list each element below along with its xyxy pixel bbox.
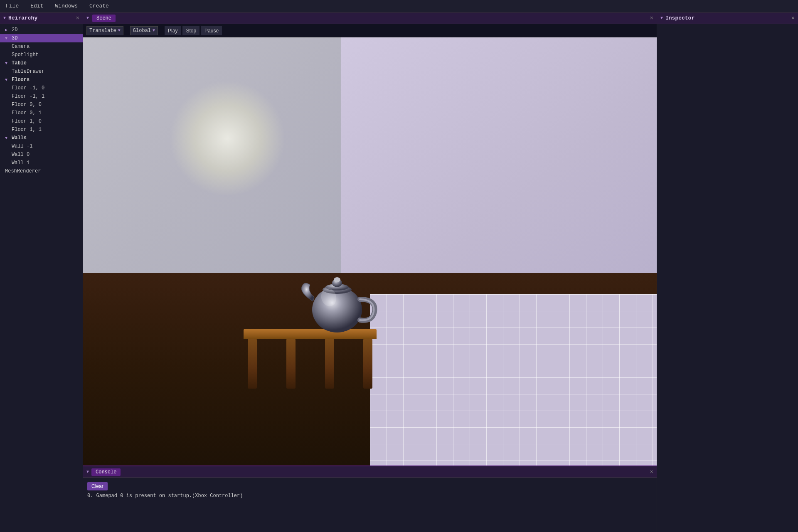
- scene-close[interactable]: ×: [650, 15, 653, 21]
- arrow-walls: ▼: [5, 136, 10, 140]
- global-label: Global: [133, 28, 151, 34]
- arrow-floors: ▼: [5, 78, 10, 82]
- tree-item-wall-1[interactable]: Wall -1: [0, 142, 83, 150]
- scene-arrow: ▼: [86, 16, 89, 20]
- clear-button[interactable]: Clear: [87, 482, 108, 490]
- tree-item-2d[interactable]: ▶ 2D: [0, 26, 83, 34]
- tree-item-walls[interactable]: ▼ Walls: [0, 134, 83, 142]
- console-content: Clear 0. Gamepad 0 is present on startup…: [83, 478, 657, 532]
- tree-item-floor-0-0[interactable]: Floor 0, 0: [0, 101, 83, 109]
- hierarchy-tree: ▶ 2D ▼ 3D Camera Spotlight ▼: [0, 24, 83, 532]
- translate-label: Translate: [89, 28, 116, 34]
- table-leg-2: [286, 339, 296, 389]
- tree-label-floors: Floors: [12, 77, 30, 83]
- translate-dropdown[interactable]: Translate ▼: [86, 26, 123, 35]
- inspector-title: Inspector: [665, 15, 695, 21]
- hierarchy-close[interactable]: ×: [76, 15, 79, 21]
- console-log-message: 0. Gamepad 0 is present on startup.(Xbox…: [87, 493, 653, 499]
- tree-label-table: Table: [12, 60, 27, 66]
- scene-panel: ▼ Scene × Translate ▼ Global ▼: [83, 12, 657, 466]
- inspector-close[interactable]: ×: [791, 15, 795, 21]
- play-button[interactable]: Play: [165, 26, 181, 35]
- global-dropdown[interactable]: Global ▼: [130, 26, 158, 35]
- arrow-2d: ▶: [5, 27, 10, 32]
- tree-item-floor-1-1[interactable]: Floor -1, 1: [0, 92, 83, 101]
- center-area: ▼ Scene × Translate ▼ Global ▼: [83, 12, 657, 532]
- tree-label-floor-0-1: Floor 0, 1: [12, 110, 42, 116]
- tree-label-floor-1-1: Floor -1, 1: [12, 94, 44, 99]
- menu-edit[interactable]: Edit: [28, 2, 46, 10]
- tree-item-meshrenderer[interactable]: MeshRenderer: [0, 167, 83, 175]
- tree-label-tabledrawer: TableDrawer: [12, 69, 44, 74]
- toolbar: Translate ▼ Global ▼ Play Stop Pause: [83, 24, 657, 37]
- console-panel: ▼ Console × Clear 0. Gamepad 0 is presen…: [83, 466, 657, 532]
- tree-item-wall-1b[interactable]: Wall 1: [0, 159, 83, 167]
- menubar: File Edit Windows Create: [0, 0, 798, 12]
- hierarchy-panel: ▼ Heirarchy × ▶ 2D ▼ 3D Camera: [0, 12, 83, 532]
- scene-tab[interactable]: Scene: [92, 15, 116, 22]
- inspector-arrow: ▼: [660, 16, 663, 20]
- tree-item-camera[interactable]: Camera: [0, 42, 83, 51]
- console-header: ▼ Console ×: [83, 466, 657, 478]
- stop-button[interactable]: Stop: [182, 26, 200, 35]
- hierarchy-title: Heirarchy: [8, 15, 37, 21]
- tree-label-wall-1: Wall -1: [12, 143, 32, 149]
- tree-item-floor-1-0b[interactable]: Floor 1, 0: [0, 117, 83, 126]
- teapot-container: [296, 268, 379, 335]
- menu-windows[interactable]: Windows: [52, 2, 80, 10]
- tree-label-wall-0: Wall 0: [12, 152, 30, 158]
- main-layout: ▼ Heirarchy × ▶ 2D ▼ 3D Camera: [0, 12, 798, 532]
- tree-item-table[interactable]: ▼ Table: [0, 59, 83, 67]
- tree-label-2d: 2D: [12, 27, 17, 33]
- inspector-header: ▼ Inspector ×: [657, 12, 798, 24]
- tree-label-floor-1-1b: Floor 1, 1: [12, 127, 42, 133]
- tree-item-floors[interactable]: ▼ Floors: [0, 76, 83, 84]
- light-spot-visual: [169, 80, 286, 197]
- table-leg-4: [363, 339, 372, 389]
- tree-item-floor-0-1[interactable]: Floor 0, 1: [0, 109, 83, 117]
- console-tab[interactable]: Console: [91, 468, 121, 476]
- tree-label-meshrenderer: MeshRenderer: [5, 168, 41, 174]
- floor-grid-visual: [370, 294, 657, 466]
- tree-label-spotlight: Spotlight: [12, 52, 39, 58]
- tree-label-camera: Camera: [12, 44, 30, 49]
- scene-viewport[interactable]: [83, 37, 657, 466]
- global-arrow: ▼: [153, 28, 155, 33]
- tree-label-3d: 3D: [12, 35, 17, 41]
- wall-back-visual: [341, 37, 657, 294]
- console-arrow: ▼: [86, 470, 89, 474]
- console-close[interactable]: ×: [650, 469, 653, 475]
- pause-button[interactable]: Pause: [201, 26, 222, 35]
- tree-item-wall-0[interactable]: Wall 0: [0, 150, 83, 159]
- arrow-3d: ▼: [5, 36, 10, 41]
- tree-item-floor-1-1b[interactable]: Floor 1, 1: [0, 126, 83, 134]
- table-leg-3: [325, 339, 334, 389]
- teapot-svg: [296, 268, 379, 335]
- scene-header: ▼ Scene ×: [83, 12, 657, 24]
- tree-label-walls: Walls: [12, 135, 27, 141]
- translate-arrow: ▼: [118, 28, 121, 33]
- tree-label-floor-0-0: Floor 0, 0: [12, 102, 42, 108]
- tree-item-3d[interactable]: ▼ 3D: [0, 34, 83, 42]
- tree-item-spotlight[interactable]: Spotlight: [0, 51, 83, 59]
- table-body-visual: [244, 339, 377, 389]
- tree-item-floor-1-0[interactable]: Floor -1, 0: [0, 84, 83, 92]
- panel-row: ▼ Heirarchy × ▶ 2D ▼ 3D Camera: [0, 12, 798, 532]
- tree-item-tabledrawer[interactable]: TableDrawer: [0, 67, 83, 76]
- arrow-table: ▼: [5, 61, 10, 66]
- tree-label-wall-1b: Wall 1: [12, 160, 30, 166]
- table-leg-1: [248, 339, 257, 389]
- menu-file[interactable]: File: [3, 2, 21, 10]
- svg-point-4: [334, 277, 340, 282]
- inspector-panel: ▼ Inspector ×: [657, 12, 798, 532]
- hierarchy-arrow: ▼: [3, 16, 6, 20]
- menu-create[interactable]: Create: [87, 2, 111, 10]
- tree-label-floor-1-0b: Floor 1, 0: [12, 118, 42, 124]
- hierarchy-header: ▼ Heirarchy ×: [0, 12, 83, 24]
- tree-label-floor-1-0: Floor -1, 0: [12, 85, 44, 91]
- table-3d-visual: [244, 329, 377, 389]
